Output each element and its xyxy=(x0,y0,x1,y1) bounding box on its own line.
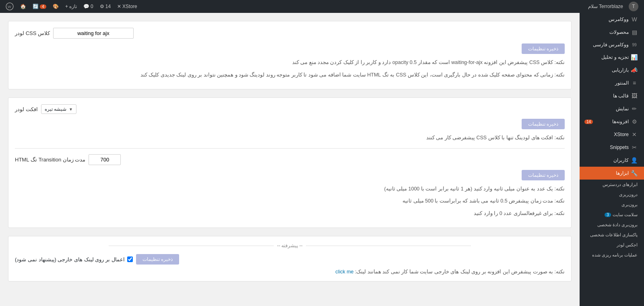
sidebar-label-wc-persian: ووکامرس فارسی xyxy=(584,42,629,48)
plugin-icon: ⚙ xyxy=(100,4,104,9)
xstore-label: XStore xyxy=(122,4,137,9)
elementor-icon: ≡ xyxy=(631,80,638,86)
xstore-button[interactable]: ✕ XStore xyxy=(115,4,140,9)
sidebar-item-analytics[interactable]: 📊 تجزیه و تحلیل xyxy=(580,51,644,64)
submenu-label-export: برون‌بری xyxy=(621,202,638,207)
note-prefix-text: نکته: به صورت پیشفرض این افزونه بر روی ل… xyxy=(355,269,565,275)
sidebar-item-marketing[interactable]: 📣 بازاریابی xyxy=(580,64,644,76)
external-links-note: نکته: به صورت پیشفرض این افزونه بر روی ل… xyxy=(15,269,565,275)
wp-logo-button[interactable]: W xyxy=(3,2,16,10)
sidebar-item-products[interactable]: ▤ محصولات xyxy=(580,26,644,39)
submenu-item-import[interactable]: درون‌ریزی xyxy=(580,190,644,200)
css-class-input[interactable] xyxy=(53,28,134,39)
sidebar-item-woocommerce[interactable]: W ووکامرس xyxy=(580,13,644,26)
sidebar-label-elementor: المنتور xyxy=(584,80,629,86)
advanced-header: -- پیشرفته -- xyxy=(15,243,565,248)
plugin-updates-button[interactable]: ⚙ 14 xyxy=(97,4,113,9)
new-content-button[interactable]: + تازه xyxy=(63,4,79,9)
sidebar-item-wc-persian[interactable]: 99 ووکامرس فارسی xyxy=(580,39,644,51)
css-loader-note1: نکته: کلاس CSS پیشفرض این افزونه waiting… xyxy=(15,58,565,67)
themes-icon: 🖼 xyxy=(631,93,638,99)
sidebar-label-themes: قالب ها xyxy=(584,93,629,99)
tools-icon: 🔧 xyxy=(631,170,638,176)
new-label: تازه xyxy=(69,4,77,9)
transition-input[interactable] xyxy=(89,154,121,165)
save-css-loader-button[interactable]: ذخیره تنظیمات xyxy=(522,43,565,54)
comments-button[interactable]: 💬 0 xyxy=(81,4,96,9)
xstore-menu-icon: ✕ xyxy=(631,131,638,138)
sidebar-item-users[interactable]: 👤 کاربران xyxy=(580,154,644,167)
submenu-label-debug: ابزارهای دردسترس xyxy=(603,182,638,187)
sidebar-item-elementor[interactable]: ≡ المنتور xyxy=(580,76,644,89)
sidebar-item-xstore[interactable]: ✕ XStore xyxy=(580,128,644,141)
visit-site-button[interactable]: 🏠 xyxy=(18,4,29,9)
sidebar-label-tools: ابزارها xyxy=(584,170,629,176)
avatar[interactable]: T xyxy=(626,2,641,11)
external-links-label-wrapper[interactable]: اعمال بر روی لینک های خارجی (پیشنهاد نمی… xyxy=(15,256,133,263)
submenu-item-erase-personal[interactable]: پاکسازی اطلاعات شخصی xyxy=(580,230,644,240)
submenu-item-ajax-loader[interactable]: اجکس لودر xyxy=(580,240,644,250)
comments-icon: 💬 xyxy=(83,4,89,9)
transition-note1: نکته: یک عدد به عنوان میلی ثانیه وارد کن… xyxy=(15,184,565,194)
external-links-checkbox[interactable] xyxy=(127,256,133,262)
section-divider xyxy=(15,148,565,149)
analytics-icon: 📊 xyxy=(631,54,638,60)
submenu-label-import: درون‌ریزی xyxy=(619,192,638,197)
xstore-icon: ✕ xyxy=(117,4,121,9)
sidebar-item-appearance[interactable]: ✏ نمایش xyxy=(580,102,644,115)
transition-note2: نکته: مدت زمان پیشفرض 0.5 ثانیه می باشد … xyxy=(15,196,565,206)
save-loader-effect-button[interactable]: ذخیره تنظیمات xyxy=(522,119,565,129)
sidebar-label-snippets: Snippets xyxy=(584,145,629,150)
customize-button[interactable]: 🎨 xyxy=(50,4,61,9)
sidebar-label-plugins: افزونه‌ها xyxy=(595,119,629,124)
sidebar-label-woocommerce: ووکامرس xyxy=(584,17,629,22)
site-health-badge: 3 xyxy=(605,213,611,217)
plugins-badge: 14 xyxy=(584,120,593,124)
submenu-item-theme-ops[interactable]: عملیات برنامه ریزی شده xyxy=(580,250,644,260)
snippets-icon: ✂ xyxy=(631,144,638,151)
loader-effect-value: شیشه تیره xyxy=(45,106,66,112)
advanced-section: -- پیشرفته -- ذخیره تنظیمات اعمال بر روی… xyxy=(8,236,572,281)
transition-note3: نکته: برای غیرفعالسازی عدد 0 را وارد کنی… xyxy=(15,209,565,218)
updates-icon: 🔄 xyxy=(33,4,39,9)
sidebar-item-plugins[interactable]: ⚙ افزونه‌ها 14 xyxy=(580,115,644,128)
submenu-item-export-personal[interactable]: برون‌بری داده‌ٔ شخصی xyxy=(580,220,644,230)
loader-effect-label: افکت لودر xyxy=(15,106,38,112)
updates-button[interactable]: 🔄 4 xyxy=(30,4,49,9)
sidebar-item-snippets[interactable]: ✂ Snippets xyxy=(580,141,644,154)
products-icon: ▤ xyxy=(631,29,638,35)
submenu-label-ajax-loader: اجکس لودر xyxy=(617,242,638,248)
save-transition-button[interactable]: ذخیره تنظیمات xyxy=(522,170,565,180)
new-icon: + xyxy=(65,4,68,9)
chevron-down-icon: ▼ xyxy=(69,107,73,112)
click-me-link[interactable]: click me xyxy=(335,269,353,275)
loader-effect-note: نکته: افکت های لودینگ تنها با کلاس CSS پ… xyxy=(15,133,565,143)
avatar-icon: T xyxy=(629,2,638,11)
comments-count: 0 xyxy=(91,4,93,9)
sidebar-label-users: کاربران xyxy=(584,157,629,163)
home-icon: 🏠 xyxy=(20,4,26,9)
save-external-links-button[interactable]: ذخیره تنظیمات xyxy=(136,254,179,265)
sidebar-label-analytics: تجزیه و تحلیل xyxy=(584,54,629,60)
loader-effect-select[interactable]: ▼ شیشه تیره xyxy=(41,104,76,114)
submenu-label-export-personal: برون‌بری داده‌ٔ شخصی xyxy=(597,222,638,227)
sidebar-item-tools[interactable]: 🔧 ابزارها xyxy=(580,167,644,180)
submenu-item-site-health[interactable]: سلامت سایت 3 xyxy=(580,210,644,220)
main-content: کلاس CSS لودر ذخیره تنظیمات نکته: کلاس C… xyxy=(0,13,580,306)
updates-badge: 4 xyxy=(40,4,46,9)
marketing-icon: 📣 xyxy=(631,67,638,73)
external-links-label: اعمال بر روی لینک های خارجی (پیشنهاد نمی… xyxy=(15,256,125,263)
plugins-icon: ⚙ xyxy=(631,118,638,125)
plugin-count: 14 xyxy=(105,4,111,9)
users-icon: 👤 xyxy=(631,157,638,163)
wc-persian-icon: 99 xyxy=(631,43,638,47)
loader-effect-section: ▼ شیشه تیره افکت لودر ذخیره تنظیمات نکته… xyxy=(8,97,572,228)
woocommerce-icon: W xyxy=(631,16,638,23)
submenu-label-erase-personal: پاکسازی اطلاعات شخصی xyxy=(590,232,638,238)
sidebar-item-themes[interactable]: 🖼 قالب ها xyxy=(580,89,644,102)
admin-bar: W 🏠 🔄 4 🎨 + تازه 💬 0 ⚙ 14 ✕ XStore xyxy=(0,0,644,13)
sidebar-label-marketing: بازاریابی xyxy=(584,67,629,73)
customize-icon: 🎨 xyxy=(53,4,59,9)
submenu-item-export[interactable]: برون‌بری xyxy=(580,200,644,210)
submenu-item-debug[interactable]: ابزارهای دردسترس xyxy=(580,180,644,190)
